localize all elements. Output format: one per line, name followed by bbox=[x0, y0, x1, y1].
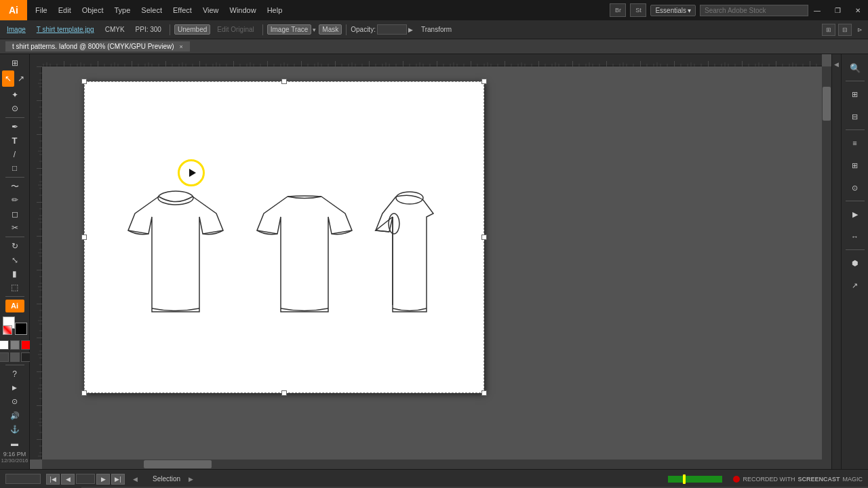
horizontal-scrollbar[interactable] bbox=[42, 460, 822, 469]
rotate-tool[interactable]: ↻ bbox=[5, 240, 24, 252]
scale-tool[interactable]: ⤡ bbox=[5, 253, 24, 266]
close-button[interactable]: ✕ bbox=[848, 0, 868, 20]
align-icon-1[interactable]: ⊞ bbox=[822, 24, 835, 36]
tool-hamburger-icon[interactable]: ⊞ bbox=[5, 57, 24, 69]
image-trace-dropdown[interactable]: ▾ bbox=[313, 26, 316, 33]
page-prev-button[interactable]: ◀ bbox=[61, 474, 75, 485]
question-mark-tool[interactable]: ? bbox=[5, 368, 24, 380]
mask-button[interactable]: Mask bbox=[319, 24, 342, 35]
right-icon-2[interactable]: ⊟ bbox=[844, 106, 866, 127]
h-scrollbar-thumb[interactable] bbox=[144, 460, 212, 468]
right-icon-3[interactable]: ≡ bbox=[844, 132, 866, 154]
page-toggle[interactable]: ◀ bbox=[133, 476, 138, 483]
document-tab[interactable]: t shirt patterns. lafond @ 800% (CMYK/GP… bbox=[5, 41, 190, 52]
page-navigation: |◀ ◀ 1 ▶ ▶| bbox=[46, 474, 125, 485]
image-link[interactable]: Image bbox=[3, 24, 30, 35]
minimize-button[interactable]: — bbox=[807, 0, 827, 20]
page-input[interactable]: 1 bbox=[76, 474, 95, 484]
right-icon-7[interactable]: ↔ bbox=[844, 226, 866, 247]
right-icon-5[interactable]: ⊙ bbox=[844, 177, 866, 199]
stock-button[interactable]: St bbox=[630, 3, 646, 17]
paintbrush-tool[interactable]: 〜 bbox=[5, 180, 24, 192]
fill-red-button[interactable] bbox=[21, 340, 31, 350]
speaker-icon[interactable]: 🔊 bbox=[5, 409, 24, 422]
page-first-button[interactable]: |◀ bbox=[46, 474, 60, 485]
ruler-vertical bbox=[30, 66, 42, 460]
pen-tool[interactable]: ✒ bbox=[5, 121, 24, 133]
select-tool[interactable]: ↖ bbox=[2, 70, 14, 87]
handle-mid-left[interactable] bbox=[81, 235, 87, 240]
handle-top-left[interactable] bbox=[81, 79, 87, 84]
handle-top-right[interactable] bbox=[481, 79, 487, 84]
status-expand-icon[interactable]: ▶ bbox=[189, 476, 193, 483]
workspace-chevron: ▾ bbox=[688, 7, 691, 14]
eraser-tool[interactable]: ◻ bbox=[5, 208, 24, 220]
menu-edit[interactable]: Edit bbox=[53, 3, 77, 17]
menu-effect[interactable]: Effect bbox=[167, 3, 197, 17]
bridge-button[interactable]: Br bbox=[610, 3, 626, 17]
ai-logo-toolbar: Ai bbox=[5, 300, 24, 312]
page-last-button[interactable]: ▶| bbox=[111, 474, 125, 485]
maximize-button[interactable]: ❐ bbox=[827, 0, 848, 20]
menu-file[interactable]: File bbox=[30, 3, 53, 17]
right-icon-8[interactable]: ⬢ bbox=[844, 252, 866, 274]
collapse-left-button[interactable]: ▶ bbox=[5, 382, 24, 394]
page-next-button[interactable]: ▶ bbox=[96, 474, 110, 485]
handle-bottom-right[interactable] bbox=[481, 390, 487, 396]
tab-close-button[interactable]: × bbox=[180, 43, 183, 50]
magic-wand-tool[interactable]: ✦ bbox=[5, 88, 24, 100]
canvas-area[interactable] bbox=[30, 54, 831, 469]
artboard-tool[interactable]: ⬚ bbox=[5, 281, 24, 293]
color-swatches[interactable] bbox=[3, 317, 27, 336]
pencil-tool[interactable]: ✏ bbox=[5, 194, 24, 206]
collapse-right-arrow[interactable]: ◀ bbox=[832, 54, 841, 75]
menu-type[interactable]: Type bbox=[109, 3, 136, 17]
panels-toggle[interactable]: ⊳ bbox=[854, 26, 865, 33]
image-trace-button[interactable]: Image Trace bbox=[267, 24, 312, 35]
right-icon-4[interactable]: ⊞ bbox=[844, 155, 866, 176]
fill-gray-button[interactable] bbox=[10, 340, 20, 350]
handle-bottom-mid[interactable] bbox=[281, 390, 287, 396]
opacity-expand[interactable]: ▶ bbox=[408, 26, 413, 33]
right-panels: 🔍 ⊞ ⊟ ≡ ⊞ ⊙ ▶ ↔ ⬢ ↗ bbox=[841, 54, 868, 469]
type-tool[interactable]: T bbox=[5, 134, 24, 146]
edit-original-button[interactable]: Edit Original bbox=[213, 24, 258, 35]
bottom-bar-icon[interactable]: ▬ bbox=[5, 437, 24, 449]
direct-select-tool[interactable]: ↗ bbox=[15, 70, 27, 87]
right-icon-6[interactable]: ▶ bbox=[844, 203, 866, 225]
handle-mid-right[interactable] bbox=[481, 235, 487, 240]
lasso-tool[interactable]: ⊙ bbox=[5, 102, 24, 115]
vertical-scrollbar[interactable] bbox=[822, 66, 831, 460]
screen-mode-1[interactable] bbox=[0, 352, 9, 362]
anchor-icon[interactable]: ⚓ bbox=[5, 423, 24, 435]
menu-object[interactable]: Object bbox=[77, 3, 109, 17]
recording-indicator bbox=[733, 476, 740, 483]
graph-tool[interactable]: ▮ bbox=[5, 268, 24, 280]
fill-none-button[interactable] bbox=[0, 340, 9, 350]
v-scrollbar-thumb[interactable] bbox=[823, 87, 831, 121]
handle-top-mid[interactable] bbox=[281, 79, 287, 84]
line-tool[interactable]: / bbox=[5, 148, 24, 160]
workspace-selector[interactable]: Essentials ▾ bbox=[650, 5, 696, 16]
align-icon-2[interactable]: ⊟ bbox=[838, 24, 852, 36]
right-icon-9[interactable]: ↗ bbox=[844, 274, 866, 296]
stroke-color[interactable] bbox=[15, 323, 27, 335]
menu-view[interactable]: View bbox=[197, 3, 224, 17]
opacity-input[interactable]: 100% bbox=[377, 24, 407, 35]
menu-help[interactable]: Help bbox=[262, 3, 288, 17]
rectangle-tool[interactable]: □ bbox=[5, 162, 24, 174]
right-search-icon[interactable]: 🔍 bbox=[844, 57, 866, 79]
screen-mode-2[interactable] bbox=[10, 352, 20, 362]
search-input[interactable] bbox=[700, 5, 808, 16]
handle-bottom-left[interactable] bbox=[81, 390, 87, 396]
filename-link[interactable]: T shirt template.jpg bbox=[33, 24, 98, 35]
transform-button[interactable]: Transform bbox=[421, 26, 452, 33]
screen-mode-3[interactable] bbox=[21, 352, 31, 362]
right-icon-1[interactable]: ⊞ bbox=[844, 83, 866, 105]
menu-window[interactable]: Window bbox=[224, 3, 262, 17]
scissors-tool[interactable]: ✂ bbox=[5, 222, 24, 234]
menu-select[interactable]: Select bbox=[136, 3, 167, 17]
unembed-button[interactable]: Unembed bbox=[174, 24, 210, 35]
zoom-input[interactable]: 800% bbox=[5, 474, 41, 484]
swap-colors[interactable] bbox=[3, 325, 12, 335]
